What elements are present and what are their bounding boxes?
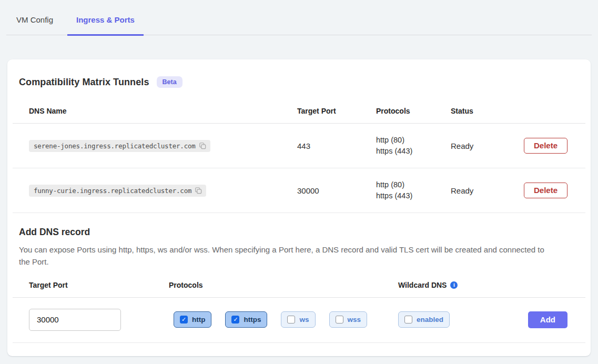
tab-bar: VM Config Ingress & Ports — [6, 0, 592, 35]
form-header-protocols: Protocols — [169, 281, 398, 289]
dns-name-text: funny-curie.ingress.replicatedcluster.co… — [34, 187, 191, 195]
tunnels-card: Compatibility Matrix Tunnels Beta DNS Na… — [7, 59, 591, 356]
checkbox-wildcard-enabled[interactable]: ✓ enabled — [398, 311, 450, 328]
page-title: Compatibility Matrix Tunnels — [19, 77, 149, 88]
row-protocols: http (80) https (443) — [376, 179, 451, 201]
add-dns-record-description: You can expose Ports using http, https, … — [19, 244, 546, 268]
row-target-port: 30000 — [297, 186, 376, 195]
info-icon[interactable]: i — [450, 281, 458, 289]
header-target-port: Target Port — [297, 107, 376, 115]
form-header-wildcard-dns: Wildcard DNS — [398, 281, 447, 289]
target-port-input[interactable] — [29, 309, 121, 331]
checkbox-icon: ✓ — [180, 316, 188, 323]
protocol-line: http (80) — [376, 179, 451, 190]
checkbox-icon: ✓ — [336, 316, 343, 323]
tunnels-table: DNS Name Target Port Protocols Status se… — [13, 90, 585, 213]
delete-button[interactable]: Delete — [524, 138, 567, 154]
tab-ingress-ports[interactable]: Ingress & Ports — [67, 15, 144, 36]
table-header-row: DNS Name Target Port Protocols Status — [13, 90, 585, 124]
dns-name-pill: funny-curie.ingress.replicatedcluster.co… — [29, 185, 206, 197]
checkbox-wss[interactable]: ✓ wss — [329, 311, 368, 328]
header-dns-name: DNS Name — [13, 107, 297, 115]
checkbox-ws[interactable]: ✓ ws — [281, 311, 315, 328]
checkbox-label: https — [244, 316, 261, 323]
table-row: serene-jones.ingress.replicatedcluster.c… — [13, 124, 585, 168]
copy-icon[interactable] — [195, 187, 202, 194]
header-status: Status — [451, 107, 524, 115]
table-row: funny-curie.ingress.replicatedcluster.co… — [13, 168, 585, 213]
status-badge: Ready — [451, 186, 524, 195]
protocol-line: https (443) — [376, 190, 451, 201]
row-protocols: http (80) https (443) — [376, 135, 451, 157]
checkbox-https[interactable]: ✓ https — [225, 311, 267, 328]
dns-name-text: serene-jones.ingress.replicatedcluster.c… — [34, 142, 196, 150]
status-badge: Ready — [451, 141, 524, 150]
checkbox-icon: ✓ — [231, 316, 239, 323]
protocol-checkbox-group: ✓ http ✓ https ✓ ws ✓ wss — [174, 311, 398, 328]
add-dns-record-title: Add DNS record — [19, 227, 579, 238]
checkbox-icon: ✓ — [404, 316, 412, 323]
checkbox-label: enabled — [417, 316, 443, 323]
card-title-row: Compatibility Matrix Tunnels Beta — [19, 74, 579, 90]
checkbox-icon: ✓ — [287, 316, 295, 323]
form-header-target-port: Target Port — [13, 281, 169, 289]
protocol-line: http (80) — [376, 135, 451, 146]
tab-vm-config[interactable]: VM Config — [7, 15, 62, 35]
checkbox-label: ws — [299, 316, 309, 323]
checkbox-label: http — [192, 316, 205, 323]
protocol-line: https (443) — [376, 146, 451, 157]
checkbox-label: wss — [348, 316, 361, 323]
add-button[interactable]: Add — [528, 311, 567, 328]
row-target-port: 443 — [297, 141, 376, 150]
delete-button[interactable]: Delete — [524, 183, 567, 198]
form-header-row: Target Port Protocols Wildcard DNS i — [13, 268, 585, 298]
checkbox-http[interactable]: ✓ http — [174, 311, 211, 328]
header-protocols: Protocols — [376, 107, 451, 115]
beta-badge: Beta — [157, 76, 183, 88]
dns-name-pill: serene-jones.ingress.replicatedcluster.c… — [29, 140, 210, 152]
add-dns-form-row: ✓ http ✓ https ✓ ws ✓ wss ✓ — [13, 298, 585, 343]
copy-icon[interactable] — [199, 142, 206, 149]
